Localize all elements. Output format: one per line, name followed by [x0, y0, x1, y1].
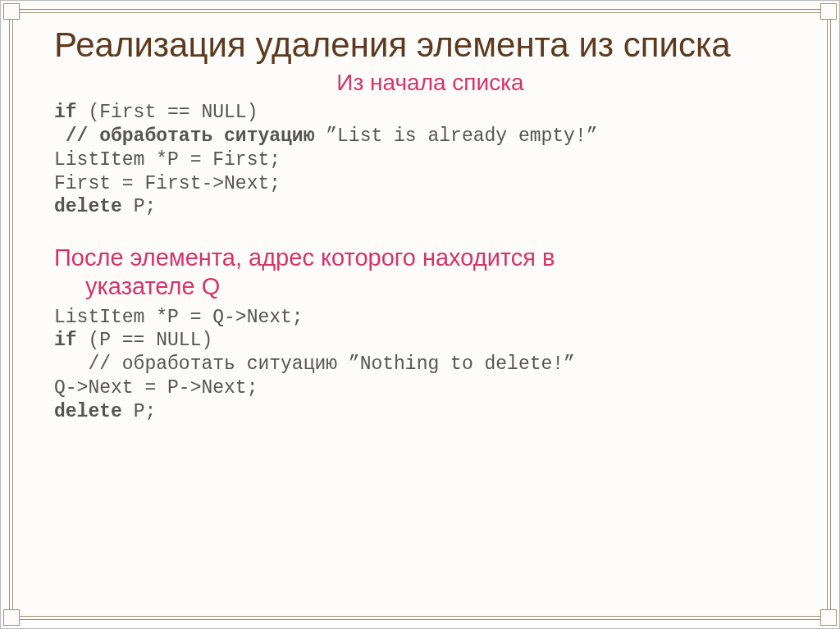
slide-title: Реализация удаления элемента из списка — [54, 25, 806, 65]
section1-heading: Из начала списка — [54, 70, 806, 96]
corner-decoration — [3, 3, 20, 20]
corner-decoration — [3, 609, 20, 626]
kw-delete: delete — [54, 401, 122, 422]
code-text: ”List is already empty!” — [314, 125, 597, 147]
corner-decoration — [820, 609, 837, 626]
kw-delete: delete — [54, 196, 122, 217]
section2-heading: После элемента, адрес которого находится… — [54, 244, 806, 301]
kw-if: if — [54, 330, 77, 351]
code-text: Q->Next = P->Next; — [54, 377, 258, 399]
code-text: P; — [122, 401, 156, 422]
section2-heading-l1: После элемента, адрес которого находится… — [54, 244, 555, 271]
corner-decoration — [820, 3, 837, 20]
code-text: First = First->Next; — [54, 173, 281, 194]
code-block-2: ListItem *P = Q->Next; if (P == NULL) //… — [54, 306, 806, 424]
code-text: P; — [122, 196, 156, 217]
code-text: ListItem *P = Q->Next; — [54, 307, 304, 328]
code-block-1: if (First == NULL) // обработать ситуаци… — [54, 101, 806, 219]
kw-comment: // обработать ситуацию — [54, 125, 314, 147]
kw-if: if — [54, 102, 77, 123]
section2-heading-l2: указателе Q — [54, 272, 806, 301]
code-text: ListItem *P = First; — [54, 149, 281, 171]
slide-content: Реализация удаления элемента из списка И… — [54, 25, 806, 423]
code-text: (P == NULL) — [77, 330, 213, 351]
code-text: (First == NULL) — [77, 102, 258, 123]
code-text: // обработать ситуацию ”Nothing to delet… — [54, 353, 575, 375]
